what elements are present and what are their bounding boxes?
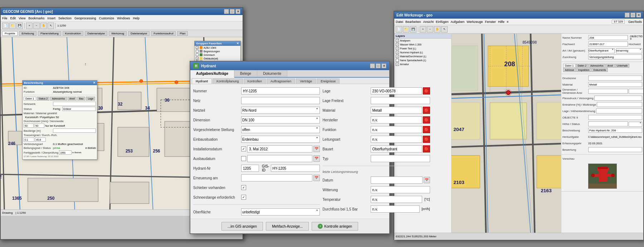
maximize-button[interactable]: □ (230, 9, 235, 14)
right-hohenbestimmung-input[interactable] (596, 108, 642, 113)
right-menu-extra[interactable]: ≡ (507, 20, 508, 24)
float-trasse-input1[interactable] (24, 137, 34, 142)
r-layer-material2-cb[interactable]: ✓ (396, 55, 399, 58)
right-tab-daten1[interactable]: Daten 1 (563, 64, 576, 68)
r-layer-wasser[interactable]: ✓ Wasser Wert-1 200 (394, 43, 451, 47)
tb-new[interactable]: 📄 (2, 23, 9, 29)
float-tab-daten1[interactable]: Daten 1 (24, 97, 36, 101)
right-tb-pan[interactable]: ✋ (434, 26, 440, 33)
layer-begrenzungen-checkbox[interactable] (196, 50, 199, 53)
schneestange-checkbox[interactable]: ✓ (241, 195, 246, 200)
sub-tab-hydrant[interactable]: Hydrant (192, 78, 212, 84)
float-tab-lage[interactable]: Lage (86, 97, 95, 101)
tb-zoom-out[interactable]: − (33, 23, 40, 29)
right-menu-werkzeuge[interactable]: Werkzeuge (467, 20, 483, 24)
layers-close[interactable]: ✕ (236, 42, 239, 45)
layer-gebaeude-checkbox[interactable]: ✓ (196, 57, 199, 60)
right-hohe-input[interactable] (588, 121, 628, 126)
float-status-input[interactable] (62, 107, 96, 111)
right-menu-datei[interactable]: Datei (396, 20, 403, 24)
right-art2-select[interactable]: einarrmig (616, 48, 643, 53)
sub-tab-vertraege[interactable]: Verträge (296, 78, 316, 84)
menu-file[interactable]: File (2, 16, 8, 20)
layer-gruenraum[interactable]: Grünraum (195, 53, 240, 57)
witterung-input[interactable] (371, 186, 430, 193)
right-tb-open[interactable]: 📁 (403, 26, 409, 33)
menu-bookmarks[interactable]: Bookmarks (28, 16, 44, 20)
tb-save[interactable]: 💾 (16, 23, 23, 29)
tab-planerstellung[interactable]: Planerstellung (38, 31, 61, 36)
r-layer-analysen[interactable]: ✓ Analysen (394, 39, 451, 43)
right-menu-ansicht[interactable]: Ansicht (423, 20, 434, 24)
menu-selection[interactable]: Selection (58, 16, 72, 20)
sub-tab-auftragsserien[interactable]: Auftragsserien (267, 78, 295, 84)
hersteller-input[interactable] (371, 116, 422, 124)
right-map-main[interactable]: 208 2047 2103 2163 8549098 (452, 34, 561, 233)
close-button[interactable]: ✕ (235, 9, 240, 14)
nummer-input[interactable] (241, 87, 320, 95)
kontrolle-anlegen-button[interactable]: + Kontrolle anlegen (312, 222, 358, 231)
right-tab-inspektion[interactable]: Inspektion (576, 68, 591, 72)
r-layer-name2[interactable]: Name Speiselaufwerk (L) (394, 58, 451, 62)
menu-windows[interactable]: Windows (117, 16, 130, 20)
r-layer-nummer[interactable]: ✓ Nummer Hydrant (L) (394, 50, 451, 54)
menu-customize[interactable]: Customize (99, 16, 114, 20)
right-name-input[interactable] (588, 35, 628, 40)
durchfluss-input[interactable] (371, 205, 420, 213)
installation-calendar[interactable]: 📅 (313, 146, 320, 152)
right-tb-select[interactable]: ↖ (441, 26, 448, 33)
stellung-select[interactable]: offen (241, 126, 320, 133)
leitungsart-input[interactable] (371, 136, 422, 143)
main-tab-aufgaben[interactable]: Aufgaben/Aufträge (190, 70, 234, 78)
menu-insert[interactable]: Insert (47, 16, 55, 20)
right-maximize[interactable]: □ (630, 13, 635, 18)
right-minimize[interactable]: _ (625, 13, 630, 18)
lage-red-btn[interactable]: 🔴 (423, 87, 430, 95)
ausbau-calendar[interactable]: 📅 (313, 155, 320, 162)
menu-geoprocessing[interactable]: Geoprocessing (74, 16, 96, 20)
right-beschreibung-input[interactable] (588, 128, 642, 133)
right-menu-aufgaben[interactable]: Aufgaben (451, 20, 465, 24)
main-tab-belege[interactable]: Belege (234, 70, 257, 77)
r-layer-armatur2-cb[interactable]: ✓ (396, 63, 399, 66)
r-layer-armatur2[interactable]: ✓ Armatur (394, 62, 451, 66)
float-trasse-input2[interactable] (35, 137, 46, 142)
right-tab-daten2[interactable]: Daten 2 (576, 64, 589, 68)
right-zuordnung-input[interactable] (588, 54, 642, 59)
right-druckzone-input[interactable] (588, 76, 642, 81)
oberflaeche-select[interactable]: unbefestigt (241, 208, 320, 215)
float-tab-adress[interactable]: Adressinfos (50, 97, 67, 101)
right-menu-hilfe[interactable]: Hilfe (498, 20, 504, 24)
tb-select[interactable]: ↖ (48, 23, 54, 29)
material-red-btn[interactable]: 🔴 (423, 107, 430, 114)
ausbau-checkbox[interactable] (241, 156, 246, 161)
float-baulaenge-input[interactable] (53, 129, 96, 133)
installation-input[interactable] (247, 145, 312, 152)
mehfach-anzeige-button[interactable]: Mehfach-Anzeige... (266, 222, 309, 231)
netz-input[interactable] (241, 97, 320, 104)
tab-projekte[interactable]: Projekte (2, 31, 18, 36)
typ-input[interactable] (371, 155, 430, 162)
right-tab-unterhalb[interactable]: Unterhalb (615, 64, 629, 68)
right-art-select[interactable]: Oberflurhydrant (588, 48, 615, 53)
tab-funktionsaufruf[interactable]: Funktionsaufruf (151, 31, 176, 36)
sub-tab-ereignisse[interactable]: Ereignisse (317, 78, 340, 84)
tab-datenanalyse[interactable]: Datenanalyse (85, 31, 107, 36)
layer-gruenraum-checkbox[interactable] (196, 53, 199, 56)
tab-dateianalyse[interactable]: Dateianalyse (128, 31, 150, 36)
r-layer-power-cb[interactable]: ✓ (396, 47, 399, 50)
right-dimension-input[interactable] (588, 89, 628, 94)
right-tb-zoomout[interactable]: − (427, 26, 433, 33)
temperatur-input[interactable] (371, 196, 423, 203)
tab-konstruktion[interactable]: Konstruktion (63, 31, 83, 36)
r-layer-wasser-cb[interactable]: ✓ (396, 43, 399, 46)
right-tab-anvil[interactable]: Anvil (606, 64, 615, 68)
meas-datum-input[interactable] (371, 176, 423, 184)
ausbau-input[interactable] (247, 155, 312, 162)
hersteller-red-btn[interactable]: 🔴 (423, 116, 430, 124)
right-menu-fenster[interactable]: Fenster (485, 20, 496, 24)
right-dimension-input2[interactable] (629, 89, 643, 94)
funktion-red-btn[interactable]: 🔴 (423, 126, 430, 133)
float-dm-input1[interactable] (24, 124, 34, 128)
float-dm-input2[interactable] (34, 124, 44, 128)
